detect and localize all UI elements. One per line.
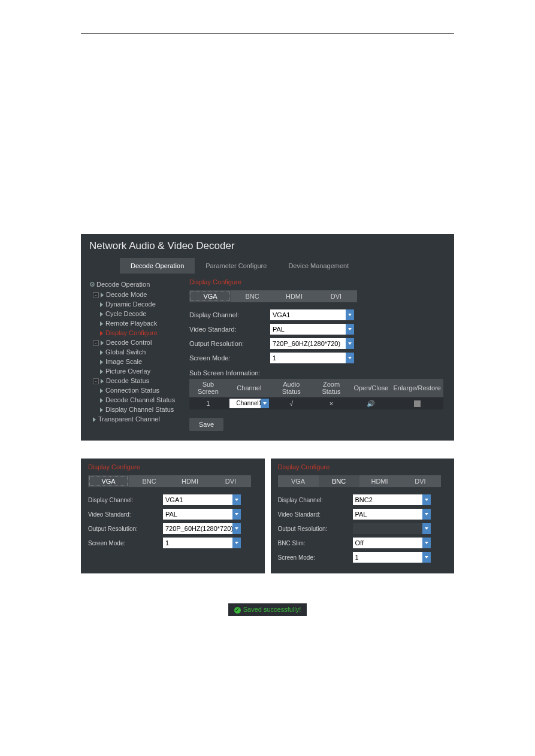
th-enlarge-restore: Enlarge/Restore [391, 379, 443, 397]
tab-decode-operation[interactable]: Decode Operation [120, 258, 195, 274]
pill-vga[interactable]: VGA [189, 290, 231, 302]
vga-config-panel: Display Configure VGA BNC HDMI DVI Displ… [81, 459, 265, 573]
tree-decode-status[interactable]: -Decode Status [86, 376, 179, 385]
pill-bnc[interactable]: BNC [231, 290, 273, 302]
tab-parameter-configure[interactable]: Parameter Configure [195, 258, 277, 274]
sidebar: ⚙Decode Operation -Decode Mode Dynamic D… [81, 274, 179, 441]
select-output-resolution[interactable]: 720P_60HZ(1280*720) [163, 523, 241, 534]
tree-dynamic-decode[interactable]: Dynamic Decode [86, 299, 179, 309]
pill-hdmi[interactable]: HDMI [170, 475, 210, 487]
tree-decode-control[interactable]: -Decode Control [86, 338, 179, 347]
select-output-resolution[interactable] [353, 523, 431, 534]
tab-device-management[interactable]: Device Management [277, 258, 359, 274]
chevron-down-icon [422, 494, 431, 505]
section-title: Display Configure [278, 463, 448, 470]
tree-picture-overlay[interactable]: Picture Overlay [86, 366, 179, 376]
pill-hdmi[interactable]: HDMI [359, 475, 400, 487]
tree-root[interactable]: ⚙Decode Operation [86, 280, 179, 290]
chevron-down-icon [232, 538, 241, 548]
label-video-standard: Video Standard: [189, 326, 270, 333]
th-channel: Channel [227, 379, 271, 397]
select-screen-mode[interactable]: 1 [353, 552, 431, 563]
tree-decode-channel-status[interactable]: Decode Channel Status [86, 395, 179, 405]
tree-connection-status[interactable]: Connection Status [86, 385, 179, 395]
bnc-config-panel: Display Configure VGA BNC HDMI DVI Displ… [271, 459, 455, 573]
chevron-down-icon [232, 494, 241, 505]
pill-dvi[interactable]: DVI [210, 475, 251, 487]
content-panel: Display Configure VGA BNC HDMI DVI Displ… [179, 274, 454, 441]
tree-image-scale[interactable]: Image Scale [86, 357, 179, 366]
enlarge-icon[interactable] [414, 400, 421, 407]
select-screen-mode[interactable]: 1 [163, 538, 241, 548]
select-video-standard[interactable]: PAL [163, 509, 241, 520]
pill-bnc[interactable]: BNC [319, 475, 359, 487]
sub-screen-table: Sub Screen Channel Audio Status Zoom Sta… [189, 379, 443, 409]
chevron-down-icon [346, 353, 354, 363]
chevron-down-icon [261, 399, 269, 408]
pill-vga[interactable]: VGA [278, 475, 319, 487]
label-display-channel: Display Channel: [189, 311, 270, 318]
th-zoom-status: Zoom Status [312, 379, 352, 397]
th-open-close: Open/Close [351, 379, 391, 397]
select-display-channel[interactable]: VGA1 [270, 309, 354, 320]
speaker-icon[interactable]: 🔊 [367, 400, 375, 407]
select-row-channel[interactable]: Channel1 [229, 399, 269, 408]
pill-dvi[interactable]: DVI [400, 475, 441, 487]
select-bnc-slim[interactable]: Off [353, 538, 431, 548]
th-audio-status: Audio Status [271, 379, 312, 397]
main-screenshot: Network Audio & Video Decoder Decode Ope… [81, 234, 454, 441]
check-icon: ✓ [234, 607, 241, 614]
th-sub-screen: Sub Screen [189, 379, 227, 397]
app-title: Network Audio & Video Decoder [81, 234, 454, 258]
tree-transparent-channel[interactable]: Transparent Channel [86, 414, 179, 424]
label-output-resolution: Output Resolution: [189, 340, 270, 347]
select-video-standard[interactable]: PAL [270, 324, 354, 335]
tree-remote-playback[interactable]: Remote Playback [86, 318, 179, 328]
chevron-down-icon [422, 523, 431, 534]
saved-toast: ✓Saved successfully! [228, 603, 307, 616]
tree-display-channel-status[interactable]: Display Channel Status [86, 405, 179, 414]
select-video-standard[interactable]: PAL [353, 509, 431, 520]
chevron-down-icon [346, 338, 354, 349]
select-screen-mode[interactable]: 1 [270, 353, 354, 363]
section-title: Display Configure [189, 278, 443, 286]
select-display-channel[interactable]: VGA1 [163, 494, 241, 505]
pill-vga[interactable]: VGA [88, 475, 129, 487]
pill-hdmi[interactable]: HDMI [273, 290, 315, 302]
chevron-down-icon [422, 538, 431, 548]
chevron-down-icon [346, 324, 354, 335]
section-title: Display Configure [88, 463, 258, 470]
chevron-down-icon [422, 552, 431, 563]
tree-cycle-decode[interactable]: Cycle Decode [86, 309, 179, 318]
chevron-down-icon [422, 509, 431, 520]
output-type-pills: VGA BNC HDMI DVI [189, 290, 443, 302]
tree-display-configure[interactable]: Display Configure [86, 328, 179, 338]
main-tabs: Decode Operation Parameter Configure Dev… [81, 258, 454, 274]
pill-bnc[interactable]: BNC [129, 475, 170, 487]
chevron-down-icon [346, 309, 354, 320]
select-output-resolution[interactable]: 720P_60HZ(1280*720) [270, 338, 354, 349]
table-row: 1 Channel1 √ × 🔊 [189, 397, 443, 410]
pill-dvi[interactable]: DVI [315, 290, 357, 302]
save-button[interactable]: Save [189, 418, 223, 431]
tree-decode-mode[interactable]: -Decode Mode [86, 290, 179, 299]
label-screen-mode: Screen Mode: [189, 354, 270, 362]
chevron-down-icon [232, 523, 241, 534]
sub-screen-header: Sub Screen Information: [189, 369, 443, 377]
select-display-channel[interactable]: BNC2 [353, 494, 431, 505]
chevron-down-icon [232, 509, 241, 520]
tree-global-switch[interactable]: Global Switch [86, 347, 179, 357]
